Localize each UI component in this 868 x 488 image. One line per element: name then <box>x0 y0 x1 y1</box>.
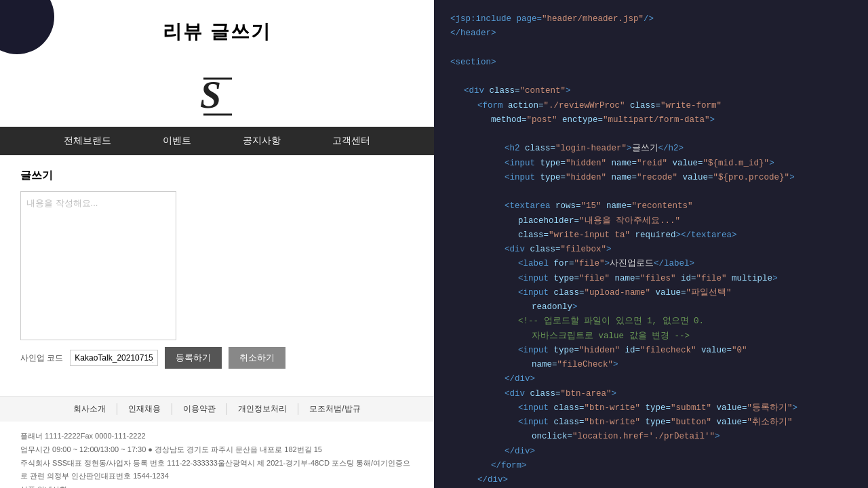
code-line-27: </div> <box>450 445 852 459</box>
security-code-label: 사인업 코드 <box>20 352 63 364</box>
cancel-button[interactable]: 취소하기 <box>229 347 285 369</box>
code-line-4: <div class="content"> <box>450 84 852 98</box>
submit-button[interactable]: 등록하기 <box>165 347 222 369</box>
nav-item-customer[interactable]: 고객센터 <box>307 127 396 155</box>
left-panel: 리뷰 글쓰기 S 전체브랜드 이벤트 공지사항 고객센터 글쓰기 사인업 코드 … <box>0 0 434 488</box>
nav-item-notices[interactable]: 공지사항 <box>217 127 307 155</box>
footer-line2: 업무시간 09:00 ~ 12:00/13:00 ~ 17:30 ● 경상남도 … <box>20 443 414 457</box>
code-line-22: </div> <box>450 372 852 386</box>
footer-nav-privacy[interactable]: 개인정보처리 <box>227 403 298 415</box>
page-title: 리뷰 글쓰기 <box>0 0 434 57</box>
footer-line4: 상품 안내사항 <box>20 483 414 488</box>
footer-nav-careers[interactable]: 인재채용 <box>117 403 172 415</box>
form-section: 글쓰기 사인업 코드 등록하기 취소하기 <box>0 155 434 382</box>
form-title: 글쓰기 <box>20 169 414 183</box>
footer-line3: 주식회사 SSS대표 정현동/사업자 등록 번호 111-22-333333울산… <box>20 457 414 484</box>
code-line-12: class="write-input ta" required></textar… <box>450 228 852 243</box>
code-line-23: <div class="btn-area"> <box>450 387 852 401</box>
security-code-input[interactable] <box>70 350 158 366</box>
code-line-7: <h2 class="login-header">글쓰기</h2> <box>450 142 852 156</box>
footer-text: 플래너 1111-2222Fax 0000-111-2222 업무시간 09:0… <box>0 422 434 488</box>
code-line-6: method="post" enctype="multipart/form-da… <box>450 113 852 127</box>
code-line-10: <textarea rows="15" name="recontents" <box>450 199 852 214</box>
svg-text:S: S <box>200 74 221 116</box>
code-line-17: readonly> <box>450 300 852 314</box>
footer-nav-terms[interactable]: 이용약관 <box>172 403 227 415</box>
code-line-14: <label for="file">사진업로드</label> <box>450 257 852 271</box>
code-line-9: <input type="hidden" name="recode" value… <box>450 171 852 185</box>
code-line-13: <div class="filebox"> <box>450 243 852 257</box>
brand-logo: S <box>197 70 237 118</box>
code-line-20: <input type="hidden" id="filecheck" valu… <box>450 344 852 358</box>
code-line-3: <section> <box>450 56 852 70</box>
nav-item-brands[interactable]: 전체브랜드 <box>38 127 137 155</box>
code-line-16: <input class="upload-name" value="파일선택" <box>450 286 852 300</box>
code-line-11: placeholder="내용을 작아주세요..." <box>450 214 852 228</box>
code-line-25: <input class="btn-write" type="button" v… <box>450 415 852 430</box>
code-line-1: <jsp:include page="header/mheader.jsp"/> <box>450 12 852 26</box>
navigation-bar: 전체브랜드 이벤트 공지사항 고객센터 <box>0 127 434 155</box>
review-textarea[interactable] <box>20 191 176 340</box>
footer-nav: 회사소개 인재채용 이용약관 개인정보처리 모조처범/밥규 <box>0 396 434 422</box>
code-line-24: <input class="btn-write" type="submit" v… <box>450 401 852 415</box>
code-line-8: <input type="hidden" name="reid" value="… <box>450 157 852 171</box>
code-line-21: name="fileCheck"> <box>450 358 852 372</box>
code-line-15: <input type="file" name="files" id="file… <box>450 272 852 286</box>
code-line-18: <!-- 업로드할 파일이 있으면 1, 없으면 0. <box>450 314 852 329</box>
code-line-19: 자바스크립트로 value 값을 변경 --> <box>450 329 852 344</box>
code-line-26: onclick="location.href='./prDetail'"> <box>450 430 852 444</box>
code-line-2: </header> <box>450 26 852 41</box>
footer-nav-policy[interactable]: 모조처범/밥규 <box>298 403 371 415</box>
footer-nav-company[interactable]: 회사소개 <box>62 403 117 415</box>
logo-area: S <box>0 57 434 127</box>
code-line-5: <form action="./reviewWrProc" class="wri… <box>450 99 852 113</box>
code-editor-panel: <jsp:include page="header/mheader.jsp"/>… <box>434 0 868 488</box>
code-line-29: </div> <box>450 473 852 487</box>
footer-line1: 플래너 1111-2222Fax 0000-111-2222 <box>20 430 414 443</box>
code-line-28: </form> <box>450 459 852 473</box>
form-bottom: 사인업 코드 등록하기 취소하기 <box>20 347 414 369</box>
nav-item-events[interactable]: 이벤트 <box>137 127 217 155</box>
